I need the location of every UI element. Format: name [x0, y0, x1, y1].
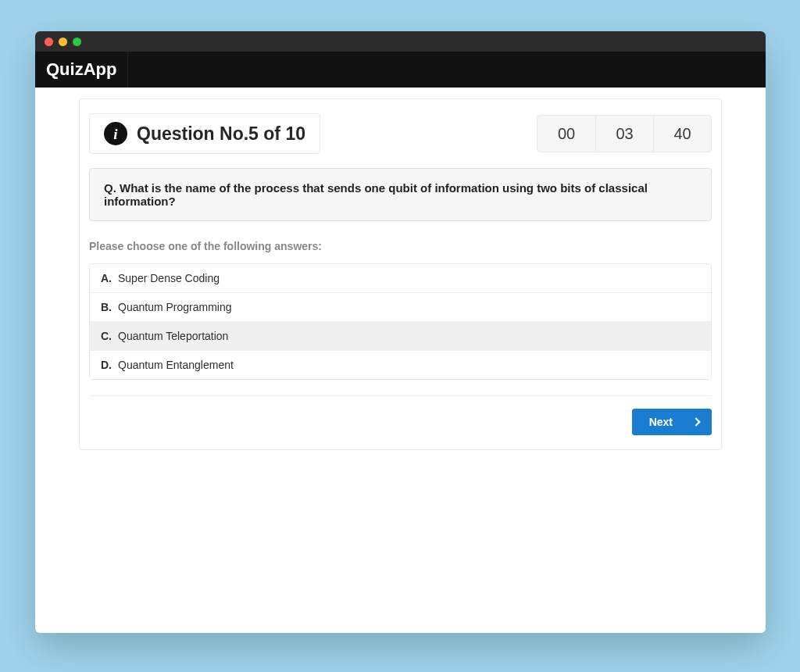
- next-button[interactable]: Next: [632, 409, 712, 435]
- panel-header: i Question No.5 of 10 00 03 40: [80, 113, 721, 154]
- timer: 00 03 40: [537, 115, 712, 152]
- info-icon: i: [104, 122, 127, 145]
- timer-minutes: 03: [595, 116, 653, 152]
- answer-option-letter: D.: [101, 359, 112, 371]
- answer-option-b[interactable]: B. Quantum Programming: [90, 292, 711, 321]
- answer-option-text: Quantum Entanglement: [118, 359, 234, 371]
- timer-hours: 00: [538, 116, 595, 152]
- next-button-label: Next: [649, 416, 673, 428]
- answer-option-c[interactable]: C. Quantum Teleportation: [90, 321, 711, 350]
- answer-hint: Please choose one of the following answe…: [89, 240, 712, 252]
- question-prompt: Q. What is the name of the process that …: [89, 168, 712, 221]
- navbar-divider: [127, 52, 128, 88]
- answer-option-a[interactable]: A. Super Dense Coding: [90, 264, 711, 292]
- question-body: Q. What is the name of the process that …: [80, 168, 721, 396]
- app-navbar: QuizApp: [35, 52, 766, 88]
- window-close-dot[interactable]: [45, 38, 53, 46]
- panel-divider: [89, 395, 712, 396]
- answer-option-text: Super Dense Coding: [118, 272, 220, 284]
- app-window: QuizApp i Question No.5 of 10 00 03 40: [35, 31, 766, 633]
- answer-option-letter: A.: [101, 272, 112, 284]
- quiz-panel: i Question No.5 of 10 00 03 40 Q. What i…: [79, 98, 722, 450]
- question-header-box: i Question No.5 of 10: [89, 113, 320, 154]
- answer-option-d[interactable]: D. Quantum Entanglement: [90, 350, 711, 379]
- answer-option-text: Quantum Teleportation: [118, 330, 228, 342]
- chevron-right-icon: [691, 417, 700, 426]
- answer-option-letter: B.: [101, 301, 112, 313]
- window-zoom-dot[interactable]: [73, 38, 81, 46]
- content-area: i Question No.5 of 10 00 03 40 Q. What i…: [35, 88, 766, 466]
- window-titlebar: [35, 31, 766, 52]
- answer-option-letter: C.: [101, 330, 112, 342]
- answer-option-text: Quantum Programming: [118, 301, 232, 313]
- app-brand: QuizApp: [46, 59, 116, 80]
- question-number-title: Question No.5 of 10: [137, 123, 305, 145]
- panel-actions: Next: [80, 409, 721, 435]
- answer-options: A. Super Dense Coding B. Quantum Program…: [89, 263, 712, 380]
- window-minimize-dot[interactable]: [59, 38, 67, 46]
- timer-seconds: 40: [653, 116, 711, 152]
